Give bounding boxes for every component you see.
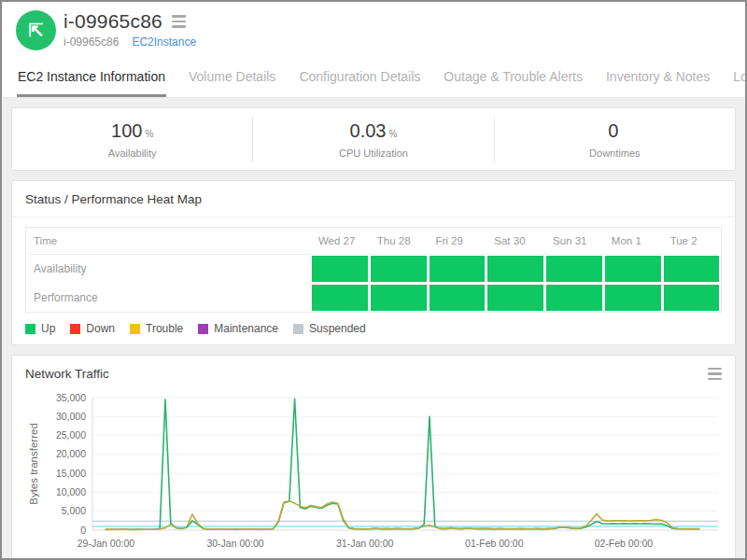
svg-text:0: 0: [80, 525, 86, 536]
heatmap-panel: Status / Performance Heat Map TimeWed 27…: [11, 180, 736, 345]
divider: [12, 217, 735, 217]
heatmap-cell-up[interactable]: [546, 256, 602, 282]
stat-label: Availability: [12, 147, 252, 159]
legend-swatch-icon: [293, 324, 303, 334]
tab-bar: EC2 Instance InformationVolume DetailsCo…: [2, 60, 745, 98]
svg-text:20,000: 20,000: [56, 448, 86, 459]
app-window: ⇱︎ i-09965c86 i-09965c86 EC2Instance EC2…: [0, 0, 747, 560]
legend-item-up: Up: [25, 322, 55, 335]
legend-swatch-icon: [25, 324, 35, 334]
network-traffic-panel: Network Traffic 05,00010,00015,00020,000…: [11, 355, 736, 560]
instance-type-link[interactable]: EC2Instance: [132, 35, 196, 49]
network-traffic-chart[interactable]: 05,00010,00015,00020,00025,00030,00035,0…: [25, 388, 727, 560]
heatmap-column-header: Thu 28: [370, 228, 429, 255]
page-title: i-09965c86: [63, 10, 162, 33]
tab-inventory-notes[interactable]: Inventory & Notes: [605, 69, 711, 97]
heatmap-column-header: Sun 31: [545, 228, 604, 255]
tab-outage-trouble-alerts[interactable]: Outage & Trouble Alerts: [443, 69, 584, 97]
heatmap-header-row: TimeWed 27Thu 28Fri 29Sat 30Sun 31Mon 1T…: [26, 228, 722, 255]
svg-text:30,000: 30,000: [56, 411, 86, 422]
summary-stats-panel: 100%Availability0.03%CPU Utilization0Dow…: [11, 107, 736, 171]
stat-unit: %: [145, 129, 153, 139]
legend-swatch-icon: [130, 324, 140, 334]
stat-availability: 100%Availability: [12, 117, 252, 162]
heatmap-cell-up[interactable]: [605, 285, 661, 311]
legend-label: Trouble: [146, 322, 183, 335]
stat-unit: %: [389, 129, 398, 139]
legend-label: Down: [86, 322, 115, 335]
heatmap-cell-up[interactable]: [664, 256, 719, 282]
legend-item-maintenance: Maintenance: [198, 322, 278, 335]
svg-text:10,000: 10,000: [56, 486, 86, 497]
heatmap-title: Status / Performance Heat Map: [25, 192, 722, 206]
tab-volume-details[interactable]: Volume Details: [188, 69, 276, 97]
stat-label: CPU Utilization: [253, 147, 493, 159]
svg-text:29-Jan 00:00: 29-Jan 00:00: [78, 538, 134, 549]
svg-text:31-Jan 00:00: 31-Jan 00:00: [336, 538, 393, 549]
heatmap-cell-up[interactable]: [487, 285, 543, 311]
legend-swatch-icon: [198, 324, 208, 334]
header: ⇱︎ i-09965c86 i-09965c86 EC2Instance: [2, 2, 745, 60]
legend-label: Maintenance: [214, 322, 278, 335]
heatmap-cell-up[interactable]: [430, 285, 486, 311]
stat-value: 0: [608, 120, 618, 141]
heatmap-cell-up[interactable]: [312, 285, 368, 311]
hamburger-menu-icon[interactable]: [172, 15, 186, 28]
svg-text:01-Feb 00:00: 01-Feb 00:00: [465, 538, 524, 549]
heatmap-column-header: Tue 2: [663, 228, 722, 255]
heatmap-column-header: Sat 30: [486, 228, 545, 255]
heatmap-column-header: Time: [26, 228, 311, 255]
network-traffic-title: Network Traffic: [25, 367, 109, 381]
tab-log-report[interactable]: Log Report: [732, 69, 745, 97]
heatmap-row-label: Availability: [26, 255, 311, 284]
svg-text:30-Jan 00:00: 30-Jan 00:00: [206, 538, 263, 549]
heatmap-cell-up[interactable]: [546, 285, 602, 311]
heatmap-row-performance: Performance: [26, 284, 722, 313]
heatmap-legend: UpDownTroubleMaintenanceSuspended: [25, 322, 722, 335]
heatmap-column-header: Wed 27: [311, 228, 370, 255]
heatmap-cell-up[interactable]: [312, 256, 368, 282]
legend-label: Suspended: [309, 322, 366, 335]
heatmap-table: TimeWed 27Thu 28Fri 29Sat 30Sun 31Mon 1T…: [25, 227, 722, 313]
legend-item-trouble: Trouble: [130, 322, 183, 335]
heatmap-cell-up[interactable]: [371, 285, 427, 311]
heatmap-column-header: Mon 1: [604, 228, 663, 255]
heatmap-cell-up[interactable]: [664, 285, 719, 311]
heatmap-cell-up[interactable]: [605, 256, 661, 282]
up-arrow-icon: ⇱︎: [29, 21, 44, 39]
stat-value: 100: [111, 120, 142, 141]
svg-text:Bytes transferred: Bytes transferred: [28, 423, 39, 505]
tab-configuration-details[interactable]: Configuration Details: [298, 69, 421, 97]
stat-cpu-utilization: 0.03%CPU Utilization: [252, 117, 493, 162]
heatmap-row-availability: Availability: [26, 255, 722, 284]
instance-id-label: i-09965c86: [63, 35, 119, 49]
stat-value: 0.03: [350, 120, 387, 141]
stat-downtimes: 0Downtimes: [494, 117, 735, 162]
svg-text:15,000: 15,000: [56, 468, 86, 479]
svg-text:5,000: 5,000: [62, 505, 86, 516]
tab-ec2-instance-information[interactable]: EC2 Instance Information: [17, 69, 166, 97]
svg-text:02-Feb 00:00: 02-Feb 00:00: [595, 538, 654, 549]
svg-text:25,000: 25,000: [56, 429, 86, 441]
main-content: 100%Availability0.03%CPU Utilization0Dow…: [2, 98, 745, 560]
legend-item-suspended: Suspended: [293, 322, 366, 335]
stat-label: Downtimes: [495, 147, 735, 159]
heatmap-body: AvailabilityPerformance: [26, 255, 722, 313]
chart-menu-icon[interactable]: [708, 368, 722, 381]
instance-avatar: ⇱︎: [16, 10, 56, 50]
heatmap-column-header: Fri 29: [429, 228, 487, 255]
legend-item-down: Down: [70, 322, 115, 335]
heatmap-cell-up[interactable]: [371, 256, 427, 282]
heatmap-row-label: Performance: [26, 284, 311, 313]
heatmap-cell-up[interactable]: [487, 256, 543, 282]
legend-label: Up: [41, 322, 55, 335]
svg-text:35,000: 35,000: [56, 392, 86, 403]
legend-swatch-icon: [70, 324, 80, 334]
heatmap-cell-up[interactable]: [430, 256, 486, 282]
